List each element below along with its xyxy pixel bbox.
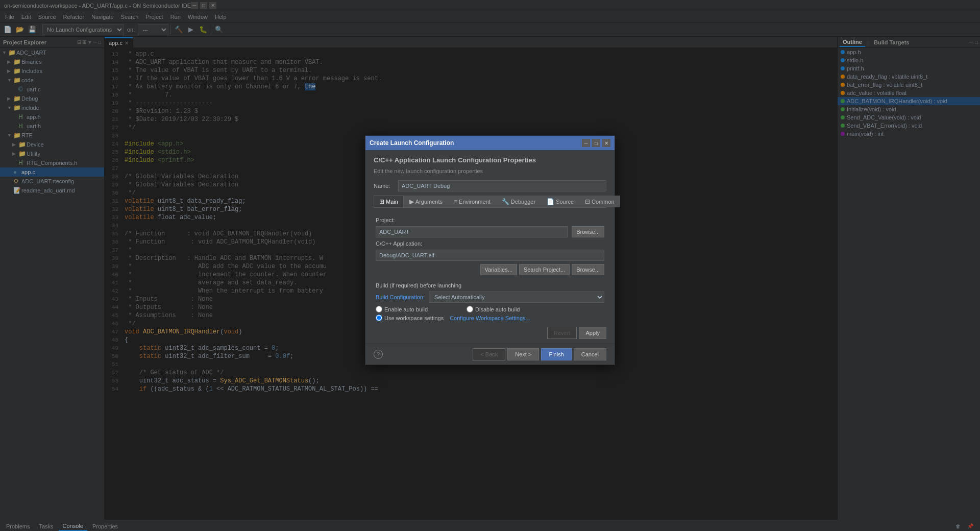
dialog-title-bar: Create Launch Configuration ─ □ ✕ (365, 136, 615, 150)
app-browse-button[interactable]: Browse... (572, 264, 604, 275)
workspace-row: Use workspace settings Configure Workspa… (376, 315, 604, 321)
dlg-tab-common[interactable]: ⊟ Common (579, 196, 620, 207)
app-label-row: C/C++ Application: (376, 240, 604, 247)
finish-button[interactable]: Finish (541, 348, 571, 360)
back-button[interactable]: < Back (473, 348, 505, 360)
name-row: Name: (374, 180, 606, 191)
help-icon[interactable]: ? (374, 350, 383, 359)
use-workspace-radio[interactable] (376, 315, 382, 321)
dlg-tab-source[interactable]: 📄 Source (541, 196, 579, 207)
app-input[interactable] (376, 250, 604, 261)
app-buttons-row: Variables... Search Project... Browse... (376, 264, 604, 275)
dlg-tab-environment[interactable]: ≡ Environment (448, 196, 496, 207)
args-tab-icon: ▶ (409, 198, 414, 205)
com-tab-icon: ⊟ (585, 198, 590, 205)
dialog-close-button[interactable]: ✕ (602, 139, 610, 147)
project-browse-button[interactable]: Browse... (572, 226, 604, 237)
app-input-row (376, 250, 604, 261)
dialog-title-controls: ─ □ ✕ (582, 139, 610, 147)
src-tab-icon: 📄 (547, 198, 554, 205)
name-input[interactable] (398, 180, 606, 191)
dlg-tab-main[interactable]: ⊞ Main (374, 196, 404, 207)
dialog-maximize-button[interactable]: □ (592, 139, 600, 147)
dialog-description: Edit the new launch configuration proper… (374, 168, 606, 174)
enable-auto-build-option: Enable auto build (376, 306, 428, 312)
project-field-label: Project: (376, 217, 427, 223)
build-config-link[interactable]: Build Configuration: (376, 294, 425, 300)
revert-button[interactable]: Revert (547, 327, 577, 339)
build-label-row: Build (if required) before launching (376, 282, 604, 288)
dialog-revert-apply: Revert Apply (547, 327, 606, 339)
build-config-row: Build Configuration: Select Automaticall… (376, 292, 604, 303)
dlg-tab-arguments[interactable]: ▶ Arguments (404, 196, 448, 207)
next-button[interactable]: Next > (507, 348, 539, 360)
use-workspace-option: Use workspace settings (376, 315, 444, 321)
dlg-tab-debugger[interactable]: 🔧 Debugger (496, 196, 541, 207)
build-section: Build (if required) before launching Bui… (376, 282, 604, 321)
name-label: Name: (374, 183, 394, 189)
apply-button[interactable]: Apply (579, 327, 606, 339)
dbg-tab-icon: 🔧 (502, 198, 509, 205)
dialog-subtitle: C/C++ Application Launch Configuration P… (374, 156, 606, 164)
dialog-bottom: ? < Back Next > Finish Cancel (365, 344, 615, 365)
env-tab-icon: ≡ (454, 198, 457, 205)
cancel-button[interactable]: Cancel (574, 348, 606, 360)
create-launch-config-dialog: Create Launch Configuration ─ □ ✕ C/C++ … (365, 135, 615, 365)
dialog-tabs: ⊞ Main ▶ Arguments ≡ Environment 🔧 Debug… (374, 196, 606, 208)
project-input[interactable] (376, 226, 568, 237)
build-config-select[interactable]: Select Automatically (429, 292, 604, 303)
auto-build-row: Enable auto build Disable auto build (376, 306, 604, 312)
enable-auto-build-radio[interactable] (376, 306, 382, 312)
project-input-row: Browse... (376, 226, 604, 237)
dialog-overlay: Create Launch Configuration ─ □ ✕ C/C++ … (0, 0, 980, 531)
variables-button[interactable]: Variables... (480, 264, 517, 275)
dialog-title: Create Launch Configuration (370, 139, 454, 147)
main-tab-icon: ⊞ (379, 198, 384, 205)
disable-auto-build-option: Disable auto build (467, 306, 520, 312)
project-row: Project: (376, 217, 604, 223)
dialog-body: C/C++ Application Launch Configuration P… (365, 150, 615, 344)
build-section-label: Build (if required) before launching (376, 282, 461, 288)
disable-auto-build-radio[interactable] (467, 306, 473, 312)
dialog-form: Project: Browse... C/C++ Application: Va… (374, 212, 606, 337)
dialog-nav-btns: < Back Next > Finish Cancel (473, 348, 606, 360)
configure-workspace-link[interactable]: Configure Workspace Settings... (450, 315, 530, 321)
app-field-label: C/C++ Application: (376, 240, 427, 247)
dialog-minimize-button[interactable]: ─ (582, 139, 590, 147)
search-project-button[interactable]: Search Project... (519, 264, 570, 275)
